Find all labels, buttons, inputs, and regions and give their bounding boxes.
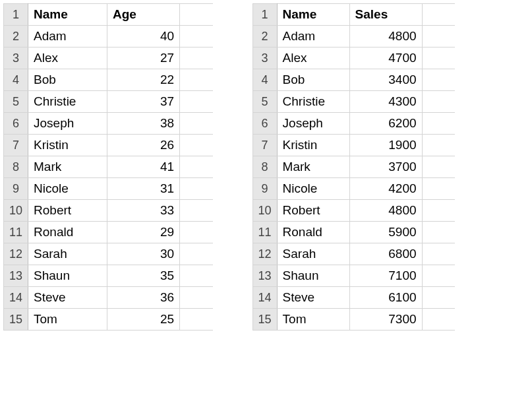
name-cell[interactable]: Ronald xyxy=(277,222,349,243)
empty-cell[interactable] xyxy=(422,200,455,222)
empty-cell[interactable] xyxy=(422,26,455,47)
name-cell[interactable]: Bob xyxy=(28,69,107,91)
row-number-cell[interactable]: 15 xyxy=(4,309,28,331)
value-cell[interactable]: 6100 xyxy=(349,287,422,309)
empty-cell[interactable] xyxy=(180,4,213,26)
right-spreadsheet-table[interactable]: 1 Name Sales 2 Adam 4800 3 Alex 4700 4 B… xyxy=(252,3,456,331)
empty-cell[interactable] xyxy=(422,156,455,178)
row-number-cell[interactable]: 7 xyxy=(4,135,28,156)
row-number-cell[interactable]: 6 xyxy=(4,113,28,135)
value-cell[interactable]: 4800 xyxy=(349,26,422,47)
row-number-cell[interactable]: 8 xyxy=(4,156,28,178)
row-number-cell[interactable]: 1 xyxy=(252,4,277,26)
value-cell[interactable]: 3700 xyxy=(349,156,422,178)
value-cell[interactable]: 4300 xyxy=(349,91,422,113)
name-cell[interactable]: Christie xyxy=(277,91,349,113)
name-cell[interactable]: Adam xyxy=(28,26,107,47)
row-number-cell[interactable]: 7 xyxy=(252,135,277,156)
empty-cell[interactable] xyxy=(180,113,213,135)
name-cell[interactable]: Steve xyxy=(277,287,349,309)
empty-cell[interactable] xyxy=(422,309,455,331)
row-number-cell[interactable]: 3 xyxy=(4,47,28,69)
name-cell[interactable]: Bob xyxy=(277,69,349,91)
name-cell[interactable]: Nicole xyxy=(28,178,107,200)
value-cell[interactable]: 4200 xyxy=(349,178,422,200)
name-cell[interactable]: Shaun xyxy=(28,265,107,287)
name-cell[interactable]: Alex xyxy=(277,47,349,69)
value-cell[interactable]: 25 xyxy=(107,309,180,331)
empty-cell[interactable] xyxy=(422,47,455,69)
name-cell[interactable]: Tom xyxy=(277,309,349,331)
value-cell[interactable]: 27 xyxy=(107,47,180,69)
row-number-cell[interactable]: 10 xyxy=(252,200,277,222)
empty-cell[interactable] xyxy=(180,309,213,331)
empty-cell[interactable] xyxy=(180,91,213,113)
value-cell[interactable]: 7300 xyxy=(349,309,422,331)
name-cell[interactable]: Kristin xyxy=(28,135,107,156)
empty-cell[interactable] xyxy=(180,178,213,200)
row-number-cell[interactable]: 5 xyxy=(4,91,28,113)
column-header-name[interactable]: Name xyxy=(277,4,349,26)
column-header-name[interactable]: Name xyxy=(28,4,107,26)
name-cell[interactable]: Christie xyxy=(28,91,107,113)
row-number-cell[interactable]: 4 xyxy=(4,69,28,91)
name-cell[interactable]: Ronald xyxy=(28,222,107,243)
empty-cell[interactable] xyxy=(422,4,455,26)
value-cell[interactable]: 3400 xyxy=(349,69,422,91)
empty-cell[interactable] xyxy=(180,265,213,287)
name-cell[interactable]: Nicole xyxy=(277,178,349,200)
column-header-age[interactable]: Age xyxy=(107,4,180,26)
empty-cell[interactable] xyxy=(180,47,213,69)
row-number-cell[interactable]: 15 xyxy=(252,309,277,331)
value-cell[interactable]: 6200 xyxy=(349,113,422,135)
row-number-cell[interactable]: 11 xyxy=(4,222,28,243)
name-cell[interactable]: Mark xyxy=(28,156,107,178)
name-cell[interactable]: Joseph xyxy=(28,113,107,135)
value-cell[interactable]: 4700 xyxy=(349,47,422,69)
row-number-cell[interactable]: 6 xyxy=(252,113,277,135)
name-cell[interactable]: Robert xyxy=(28,200,107,222)
row-number-cell[interactable]: 13 xyxy=(4,265,28,287)
value-cell[interactable]: 41 xyxy=(107,156,180,178)
row-number-cell[interactable]: 3 xyxy=(252,47,277,69)
row-number-cell[interactable]: 5 xyxy=(252,91,277,113)
value-cell[interactable]: 4800 xyxy=(349,200,422,222)
row-number-cell[interactable]: 2 xyxy=(4,26,28,47)
value-cell[interactable]: 36 xyxy=(107,287,180,309)
empty-cell[interactable] xyxy=(422,222,455,243)
value-cell[interactable]: 30 xyxy=(107,243,180,265)
name-cell[interactable]: Shaun xyxy=(277,265,349,287)
empty-cell[interactable] xyxy=(422,243,455,265)
value-cell[interactable]: 31 xyxy=(107,178,180,200)
name-cell[interactable]: Kristin xyxy=(277,135,349,156)
empty-cell[interactable] xyxy=(422,113,455,135)
row-number-cell[interactable]: 12 xyxy=(252,243,277,265)
name-cell[interactable]: Joseph xyxy=(277,113,349,135)
empty-cell[interactable] xyxy=(180,26,213,47)
name-cell[interactable]: Alex xyxy=(28,47,107,69)
empty-cell[interactable] xyxy=(180,156,213,178)
row-number-cell[interactable]: 9 xyxy=(252,178,277,200)
empty-cell[interactable] xyxy=(180,243,213,265)
value-cell[interactable]: 5900 xyxy=(349,222,422,243)
value-cell[interactable]: 29 xyxy=(107,222,180,243)
row-number-cell[interactable]: 14 xyxy=(4,287,28,309)
value-cell[interactable]: 37 xyxy=(107,91,180,113)
value-cell[interactable]: 22 xyxy=(107,69,180,91)
row-number-cell[interactable]: 13 xyxy=(252,265,277,287)
name-cell[interactable]: Steve xyxy=(28,287,107,309)
row-number-cell[interactable]: 12 xyxy=(4,243,28,265)
value-cell[interactable]: 6800 xyxy=(349,243,422,265)
row-number-cell[interactable]: 14 xyxy=(252,287,277,309)
value-cell[interactable]: 35 xyxy=(107,265,180,287)
name-cell[interactable]: Adam xyxy=(277,26,349,47)
value-cell[interactable]: 40 xyxy=(107,26,180,47)
empty-cell[interactable] xyxy=(180,222,213,243)
value-cell[interactable]: 26 xyxy=(107,135,180,156)
empty-cell[interactable] xyxy=(180,200,213,222)
row-number-cell[interactable]: 2 xyxy=(252,26,277,47)
empty-cell[interactable] xyxy=(422,178,455,200)
row-number-cell[interactable]: 10 xyxy=(4,200,28,222)
value-cell[interactable]: 33 xyxy=(107,200,180,222)
name-cell[interactable]: Tom xyxy=(28,309,107,331)
